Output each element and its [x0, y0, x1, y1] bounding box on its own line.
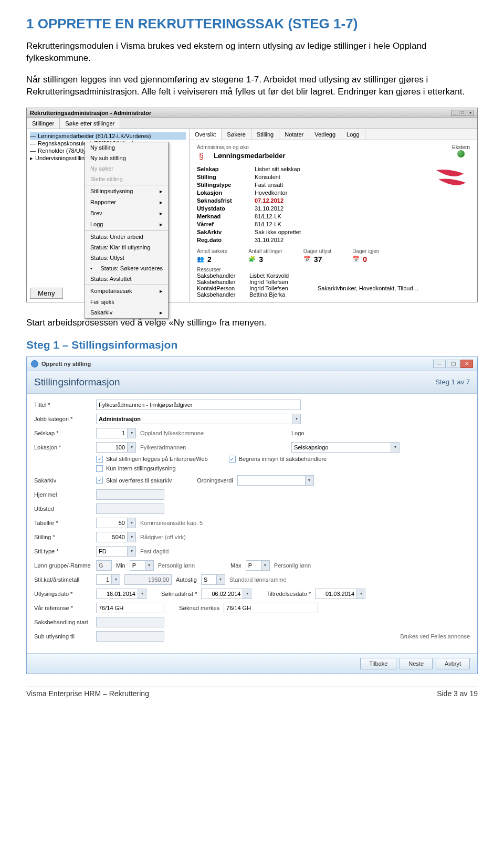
context-menu-item[interactable]: Stillingsutlysning▸ — [85, 186, 168, 197]
meny-button[interactable]: Meny — [30, 288, 63, 299]
right-tab[interactable]: Stilling — [251, 129, 279, 140]
chevron-down-icon[interactable]: ▾ — [128, 546, 136, 557]
right-tab[interactable]: Logg — [341, 129, 365, 140]
minimize-icon[interactable]: — — [433, 360, 446, 368]
minimize-icon[interactable]: _ — [451, 110, 458, 116]
context-menu-item[interactable]: Ny stilling — [85, 142, 168, 153]
tiltr-label: Tiltredelsesdato * — [266, 591, 311, 597]
lonn-pl2-label: Personlig lønn — [274, 562, 311, 569]
autostig-readonly: Standard lønnsramme — [229, 576, 287, 583]
sokm-input[interactable] — [224, 603, 318, 613]
chevron-down-icon[interactable]: ▾ — [128, 518, 136, 528]
kv-value: Konsulent — [255, 174, 339, 180]
lonn-max-label: Max — [230, 562, 242, 569]
context-menu-item[interactable]: Status: Under arbeid — [85, 232, 168, 242]
kv-key: Søknadsfrist — [197, 197, 249, 204]
context-menu-item[interactable]: Status: Avsluttet — [85, 274, 168, 284]
tilbake-button[interactable]: Tilbake — [360, 658, 396, 669]
autostig-input[interactable] — [201, 574, 217, 585]
right-tab[interactable]: Søkere — [222, 129, 251, 140]
tree-item[interactable]: — Lønningsmedarbeider (81/L12-LK/Vurdere… — [30, 132, 186, 140]
lokasjon-readonly: Fylkesrådmannen — [140, 444, 287, 450]
lokasjon-label: Lokasjon * — [34, 444, 92, 450]
kv-value: Hovedkontor — [255, 190, 339, 196]
tittel-input[interactable] — [96, 400, 301, 410]
chevron-down-icon[interactable]: ▾ — [112, 574, 120, 585]
maximize-icon[interactable]: □ — [459, 110, 466, 116]
ressurser-label: Ressurser — [197, 267, 470, 272]
chevron-down-icon[interactable]: ▾ — [357, 589, 365, 599]
tabellnr-input[interactable] — [96, 518, 128, 528]
chevron-down-icon[interactable]: ▾ — [128, 532, 136, 542]
right-tab[interactable]: Oversikt — [190, 129, 222, 140]
stilkat-label: Stil.kat/årstimetall — [34, 576, 92, 583]
right-tab[interactable]: Notater — [279, 129, 309, 140]
context-menu-item[interactable]: Status: Klar til utlysning — [85, 242, 168, 253]
close-icon[interactable]: ✕ — [460, 360, 473, 368]
ordningsverdi-input[interactable] — [237, 475, 306, 486]
chevron-down-icon[interactable]: ▾ — [243, 589, 251, 599]
left-tab[interactable]: Stillinger — [27, 118, 60, 129]
chevron-down-icon[interactable]: ▾ — [217, 574, 225, 585]
intro-paragraph-1: Rekrutteringsmodulen i Visma brukes ved … — [26, 40, 478, 65]
begrens-checkbox[interactable]: ✓ — [229, 456, 236, 463]
stiltype-input[interactable] — [96, 546, 128, 557]
stilkat-num-input[interactable] — [96, 574, 112, 585]
context-menu-item[interactable]: Logg▸ — [85, 219, 168, 230]
utlys-date[interactable] — [96, 589, 138, 599]
intern-checkbox[interactable] — [96, 465, 103, 472]
context-menu-item[interactable]: Status: Utlyst — [85, 253, 168, 263]
sakarkiv-checkbox[interactable]: ✓ — [96, 477, 103, 484]
chevron-down-icon[interactable]: ▾ — [306, 475, 314, 486]
chevron-down-icon[interactable]: ▾ — [391, 442, 400, 453]
chevron-down-icon[interactable]: ▾ — [128, 442, 136, 453]
ress-extra — [318, 279, 470, 285]
ress-extra — [318, 291, 470, 298]
context-menu-item[interactable]: Sakarkiv▸ — [85, 307, 168, 318]
ress-extra — [318, 272, 470, 279]
overview-subtitle: Administrasjon og øko — [197, 144, 286, 150]
kv-key: Merknad — [197, 213, 249, 219]
chevron-down-icon[interactable]: ▾ — [128, 428, 136, 438]
context-menu-item[interactable]: Brev▸ — [85, 208, 168, 219]
stilling-input[interactable] — [96, 532, 128, 542]
wizard-title: Opprett ny stilling — [41, 361, 91, 367]
context-menu-item[interactable]: Feil sjekk — [85, 297, 168, 307]
lonn-label: Lønn gruppe/-Ramme — [34, 562, 92, 569]
lonn-p-input[interactable] — [130, 560, 145, 571]
kv-key: SakArkiv — [197, 229, 249, 235]
context-menu-item[interactable]: Ny sub stilling — [85, 153, 168, 163]
soknadsfrist-label: Søknadsfrist * — [161, 591, 197, 597]
chevron-down-icon[interactable]: ▾ — [292, 414, 301, 424]
context-menu-item[interactable]: Kompetansesøk▸ — [85, 286, 168, 297]
lokasjon-num-input[interactable] — [96, 442, 128, 453]
chevron-down-icon[interactable]: ▾ — [261, 560, 270, 571]
kv-key: Selskap — [197, 166, 249, 172]
chevron-down-icon[interactable]: ▾ — [145, 560, 154, 571]
lonn-p2-input[interactable] — [246, 560, 261, 571]
avbryt-button[interactable]: Avbryt — [436, 658, 470, 669]
svg-text:§: § — [199, 151, 204, 160]
kv-key: Utlystdato — [197, 205, 249, 212]
close-icon[interactable]: × — [467, 110, 474, 116]
footer-right: Side 3 av 19 — [437, 689, 478, 698]
maximize-icon[interactable]: ▢ — [447, 360, 459, 368]
soknadsfrist-date[interactable] — [201, 589, 243, 599]
selskap-num-input[interactable] — [96, 428, 128, 438]
context-menu-item[interactable]: Status: Søkere vurderes — [85, 263, 168, 274]
lonn-g — [96, 560, 112, 571]
context-menu-item[interactable]: Rapporter▸ — [85, 197, 168, 208]
tiltr-date[interactable] — [315, 589, 357, 599]
jobbkat-select[interactable] — [96, 414, 292, 424]
chevron-down-icon[interactable]: ▾ — [138, 589, 146, 599]
step-indicator: Steg 1 av 7 — [435, 378, 470, 386]
varref-input[interactable] — [96, 603, 164, 613]
logo-select[interactable] — [291, 442, 391, 453]
saksb-input — [96, 617, 164, 627]
enterpriseweb-checkbox[interactable]: ✓ — [96, 456, 103, 463]
neste-button[interactable]: Neste — [400, 658, 433, 669]
right-tab[interactable]: Vedlegg — [309, 129, 341, 140]
left-tab[interactable]: Søke etter stillinger — [60, 118, 120, 129]
utbsted-input — [96, 503, 164, 514]
lonn-min-label: Min — [116, 562, 125, 569]
